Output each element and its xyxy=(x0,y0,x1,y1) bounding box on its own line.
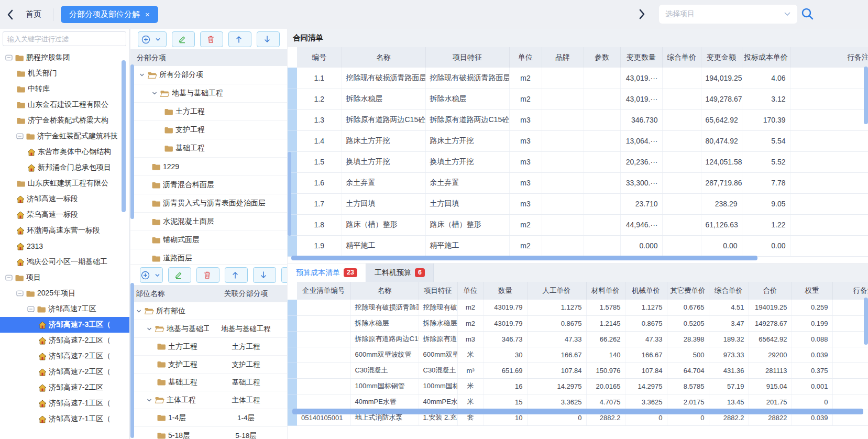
project-select[interactable]: 选择项目 xyxy=(659,5,797,24)
subitems-scrollbar-thumb-right[interactable] xyxy=(288,152,291,236)
subitem-tree-item[interactable]: 1229 xyxy=(130,158,287,176)
parts-row[interactable]: 主体工程主体工程 xyxy=(130,391,287,409)
delete-button[interactable] xyxy=(196,267,219,283)
flag-button[interactable] xyxy=(281,267,287,283)
move-up-button[interactable] xyxy=(225,267,248,283)
parts-row[interactable]: 5-18层5-18层 xyxy=(130,427,287,439)
subitem-tree-item[interactable]: 支护工程 xyxy=(130,121,287,139)
move-down-button[interactable] xyxy=(253,267,276,283)
subitem-tree-item[interactable]: 道路面层 xyxy=(130,249,287,264)
cell xyxy=(662,130,701,151)
budget-row[interactable]: 600mm双壁波纹管600mm双壁波纹管米30166.67140166.6750… xyxy=(288,347,868,363)
sidebar-tree-item[interactable]: 济邹高速7工区 xyxy=(0,301,130,317)
sidebar-tree-item[interactable]: 环渤海高速东营一标段 xyxy=(0,223,130,238)
edit-button[interactable] xyxy=(168,267,191,283)
sidebar-tree-item[interactable]: 济邹高速7-2工区（ xyxy=(0,333,130,348)
subitem-tree-item[interactable]: 地基与基础工程 xyxy=(130,84,287,103)
back-icon[interactable] xyxy=(6,9,13,20)
sidebar-tree-item[interactable]: 机关部门 xyxy=(0,65,130,81)
parts-row[interactable]: 基础工程基础工程 xyxy=(130,374,287,391)
contract-row[interactable]: 1.5换填土方开挖换填土方开挖m320,236.···124,051.585.5… xyxy=(288,151,868,172)
delete-button[interactable] xyxy=(200,31,223,47)
sidebar-tree-item[interactable]: 新邦涌金门总承包项目 xyxy=(0,160,130,175)
subitem-tree-item[interactable]: 基础工程 xyxy=(130,139,287,158)
subitem-tree-item[interactable]: 沥青混合料面层 xyxy=(130,176,287,194)
contract-hscrollbar-thumb[interactable] xyxy=(291,256,757,260)
contract-row[interactable]: 1.7土方回填土方回填m323.710238.299.05 xyxy=(288,193,868,214)
sidebar-tree-item[interactable]: 济邹高速一标段 xyxy=(0,191,130,207)
contract-row[interactable]: 1.2拆除水稳层拆除水稳层m243,019.···149,278.673.12 xyxy=(288,89,868,109)
subitem-tree-item[interactable]: 所有分部分项 xyxy=(130,66,287,84)
budget-row[interactable]: 40mmPE水管40mmPE水管米153.36254.70753.36252.0… xyxy=(288,394,868,410)
sidebar-tree-item[interactable]: 中转库 xyxy=(0,81,130,97)
sidebar-tree-item[interactable]: 济邹高速7-2工区（ xyxy=(0,348,130,364)
parts-row[interactable]: 1-4层1-4层 xyxy=(130,409,287,427)
move-up-button[interactable] xyxy=(228,31,251,47)
contract-row[interactable]: 1.4路床土方开挖路床土方开挖m313,064.···80,474.925.54 xyxy=(288,130,868,151)
cell: 4.51 xyxy=(709,300,749,315)
move-down-button[interactable] xyxy=(257,31,280,47)
sidebar-tree-item[interactable]: 济邹高速7-1工区（ xyxy=(0,411,130,427)
chevron-down-icon xyxy=(155,272,160,278)
sidebar-tree-item[interactable]: 鹏程控股集团 xyxy=(0,50,130,65)
parts-row[interactable]: 支护工程支护工程 xyxy=(130,356,287,374)
tab-labor-material-budget[interactable]: 工料机预算6 xyxy=(366,264,434,282)
parts-row[interactable]: 地基与基础工程地基与基础工程 xyxy=(130,320,287,338)
budget-hscrollbar-thumb[interactable] xyxy=(292,409,863,414)
folder-icon xyxy=(151,181,161,189)
subitem-tree-item[interactable]: 沥青贯入式与沥青表面处治面层 xyxy=(130,194,287,213)
cell: m2 xyxy=(509,235,542,256)
edit-button[interactable] xyxy=(172,31,195,47)
parts-row[interactable]: 所有部位 xyxy=(130,302,287,320)
parts-toolbar xyxy=(130,265,287,285)
sidebar-scrollbar-thumb[interactable] xyxy=(122,60,126,212)
tab-home[interactable]: 首页 xyxy=(26,9,41,19)
contract-row[interactable]: 1.9精平施工精平施工m20.0000.000.00 xyxy=(288,235,868,256)
add-button[interactable] xyxy=(138,31,167,47)
sidebar-tree-item[interactable]: 济邹高速7-2工区（ xyxy=(0,364,130,380)
sidebar-tree-item[interactable]: 济宁金桥装配式桥梁大构 xyxy=(0,113,130,128)
sidebar-tree-item[interactable]: 济邹高速7-1工区（ xyxy=(0,396,130,411)
contract-vscrollbar-thumb[interactable] xyxy=(864,67,868,124)
parts-scrollbar-thumb[interactable] xyxy=(130,283,134,438)
sidebar-tree-item[interactable]: 东营市奥体中心钢结构 xyxy=(0,144,130,160)
contract-row[interactable]: 1.8路床（槽）整形路床（槽）整形m244,946.···61,126.631.… xyxy=(288,214,868,235)
forward-icon[interactable] xyxy=(639,9,646,21)
add-button[interactable] xyxy=(140,267,163,283)
tree-filter-input[interactable] xyxy=(3,31,126,46)
sidebar-tree-item[interactable]: 荣乌高速一标段 xyxy=(0,207,130,223)
sidebar-tree-item[interactable]: 鸿庆公司小区一期基础工 xyxy=(0,254,130,270)
subitem-tree-item[interactable]: 铺砌式面层 xyxy=(130,231,287,249)
subitem-tree-item[interactable]: 土方工程 xyxy=(130,103,287,121)
cell: 余土弃置 xyxy=(342,172,425,193)
sidebar-tree-item[interactable]: 济邹高速7-2工区 xyxy=(0,380,130,396)
cell: 1.3 xyxy=(297,109,342,130)
budget-row[interactable]: C30混凝土C30混凝土m³651.69107.84150.976107.846… xyxy=(288,363,868,378)
budget-row[interactable]: 拆除水稳层拆除水稳层m243019.790.86751.21450.86750.… xyxy=(288,315,868,331)
contract-row[interactable]: 1.6余土弃置余土弃置m333,300.···287,719.867.78 xyxy=(288,172,868,193)
cell xyxy=(662,109,701,130)
budget-row[interactable]: 100mm国标钢管100mm国标钢管米1614.297520.016514.29… xyxy=(288,378,868,394)
tab-active[interactable]: 分部分项及部位分解 × xyxy=(61,6,158,23)
sidebar-tree-item[interactable]: 山东庆虹建筑工程有限公 xyxy=(0,175,130,191)
sidebar-tree-item[interactable]: 2025年项目 xyxy=(0,286,130,301)
sidebar-tree-item[interactable]: 济邹高速7-3工区（ xyxy=(0,317,130,333)
cell xyxy=(662,235,701,256)
sidebar-tree-item[interactable]: 项目 xyxy=(0,270,130,286)
budget-row[interactable]: 挖除现有破损沥青路面层挖除现有破损沥青路面层m243019.791.12751.… xyxy=(288,300,868,315)
search-icon[interactable] xyxy=(800,7,815,23)
budget-row[interactable]: 拆除原有道路两边C15砼拆除原有道路两边C15砼m3346.7347.3366.… xyxy=(288,331,868,347)
cell: 1.5785 xyxy=(586,300,625,315)
tab-budget-cost-list[interactable]: 预算成本清单23 xyxy=(288,264,366,282)
contract-row[interactable]: 1.3拆除原有道路两边C15砼拆除原有道路两边C15砼m3346.73065,6… xyxy=(288,109,868,130)
subitems-scrollbar-thumb[interactable] xyxy=(130,64,134,219)
subitem-tree-item[interactable]: 水泥混凝土面层 xyxy=(130,213,287,231)
sidebar-tree-item[interactable]: 济宁金虹装配式建筑科技 xyxy=(0,128,130,144)
parts-row[interactable]: 土方工程土方工程 xyxy=(130,338,287,356)
column-header: 材料单价 xyxy=(586,282,625,300)
tab-close-icon[interactable]: × xyxy=(145,10,150,19)
contract-row[interactable]: 1.1挖除现有破损沥青路面层挖除现有破损沥青路面层m243,019.···194… xyxy=(288,68,868,89)
sidebar-tree-item[interactable]: 2313 xyxy=(0,238,130,254)
budget-vscrollbar-thumb[interactable] xyxy=(864,298,868,345)
sidebar-tree-item[interactable]: 山东金石建设工程有限公 xyxy=(0,97,130,113)
